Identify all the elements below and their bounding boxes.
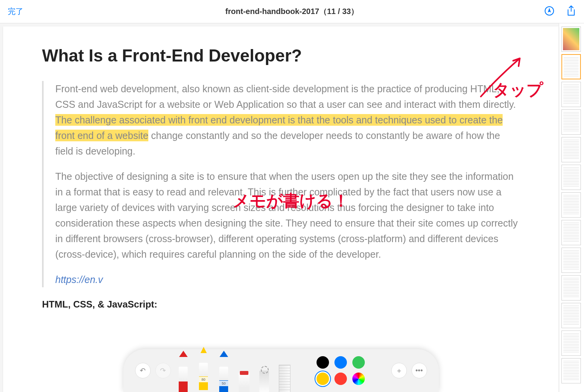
document-page[interactable]: What Is a Front-End Developer? Front-end… bbox=[3, 26, 559, 392]
subheading-cut: HTML, CSS, & JavaScript: bbox=[42, 299, 520, 310]
thumbnail[interactable] bbox=[561, 192, 581, 218]
thumbnail[interactable] bbox=[561, 109, 581, 135]
lasso-tool[interactable] bbox=[257, 357, 272, 392]
thumbnail[interactable] bbox=[561, 358, 581, 383]
undo-button[interactable]: ↶ bbox=[135, 363, 151, 378]
thumbnail[interactable] bbox=[561, 248, 581, 273]
markup-toggle-icon[interactable] bbox=[544, 6, 554, 18]
eraser-tool[interactable] bbox=[236, 357, 252, 392]
thumbnail[interactable] bbox=[561, 137, 581, 162]
ruler-tool[interactable] bbox=[277, 357, 292, 392]
done-button[interactable]: 完了 bbox=[8, 6, 23, 17]
more-button[interactable]: ••• bbox=[412, 363, 427, 378]
pencil-tool[interactable]: 50 bbox=[216, 357, 232, 392]
document-title: front-end-handbook-2017（11 / 33） bbox=[225, 6, 359, 17]
thumbnail[interactable] bbox=[561, 330, 581, 356]
thumbnail[interactable] bbox=[561, 54, 581, 79]
thumbnail[interactable] bbox=[561, 82, 581, 107]
blockquote: Front-end web development, also known as… bbox=[42, 81, 520, 287]
color-yellow[interactable] bbox=[317, 373, 329, 385]
share-icon[interactable] bbox=[566, 5, 576, 18]
thumbnail[interactable] bbox=[561, 26, 581, 52]
color-red[interactable] bbox=[334, 373, 347, 385]
source-link[interactable]: https://en.v bbox=[55, 274, 103, 285]
color-palette bbox=[317, 356, 366, 385]
thumbnail-sidebar[interactable] bbox=[559, 23, 584, 392]
color-blue[interactable] bbox=[334, 356, 347, 369]
highlighter-size-label: 80 bbox=[199, 377, 208, 382]
highlighter-tool[interactable]: 80 bbox=[196, 353, 211, 390]
markup-toolbar: ↶ ↷ 80 50 bbox=[123, 349, 439, 392]
color-picker[interactable] bbox=[352, 373, 365, 385]
paragraph-1: Front-end web development, also known as… bbox=[55, 81, 520, 159]
thumbnail[interactable] bbox=[561, 275, 581, 301]
add-button[interactable]: ＋ bbox=[391, 363, 407, 378]
top-toolbar: 完了 front-end-handbook-2017（11 / 33） bbox=[0, 0, 584, 23]
redo-button[interactable]: ↷ bbox=[155, 363, 171, 378]
color-green[interactable] bbox=[352, 356, 365, 369]
thumbnail[interactable] bbox=[561, 303, 581, 328]
pencil-size-label: 50 bbox=[219, 381, 228, 386]
pen-tool[interactable] bbox=[176, 357, 191, 392]
paragraph-2: The objective of designing a site is to … bbox=[55, 169, 520, 262]
thumbnail[interactable] bbox=[561, 165, 581, 190]
page-heading: What Is a Front-End Developer? bbox=[42, 46, 520, 65]
thumbnail[interactable] bbox=[561, 220, 581, 245]
color-black[interactable] bbox=[317, 356, 329, 369]
